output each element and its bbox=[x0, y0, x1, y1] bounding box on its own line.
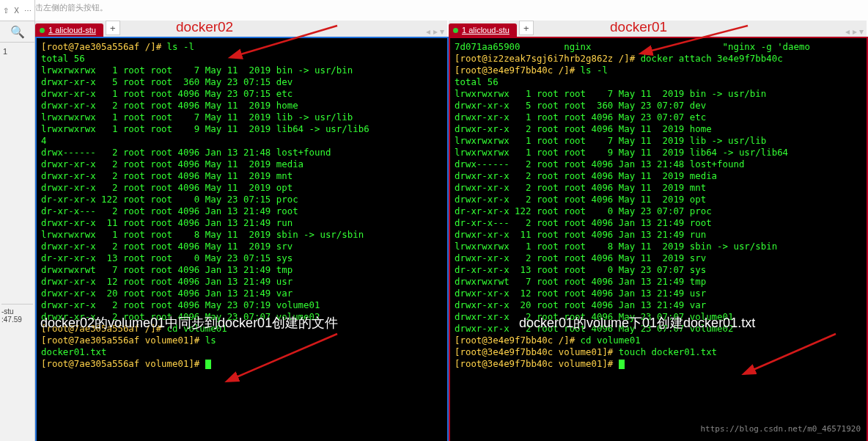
status-dot-icon bbox=[40, 28, 45, 33]
watermark: https://blog.csdn.net/m0_46571920 bbox=[700, 424, 861, 434]
tab-title: 1 alicloud-stu bbox=[48, 26, 96, 34]
tab-nav[interactable]: ◂ ▸ ▾ bbox=[845, 26, 864, 37]
hint-text: 击左侧的箭头按钮。 bbox=[35, 2, 108, 13]
tab-title: 1 alicloud-stu bbox=[462, 26, 510, 34]
session-time: :47.59 bbox=[1, 316, 33, 324]
close-icon[interactable]: X bbox=[14, 7, 19, 15]
label-docker02: docker02 bbox=[176, 19, 233, 35]
search-icon[interactable]: 🔍 bbox=[0, 21, 34, 43]
add-tab-button[interactable]: + bbox=[106, 21, 120, 35]
session-name: -stu bbox=[1, 307, 33, 316]
terminal-docker02[interactable]: [root@7ae305a556af /]# ls -l total 56 lr… bbox=[35, 37, 449, 441]
overlay-right-caption: docker01的volume下01创建docker01.txt bbox=[519, 314, 755, 332]
tab-right[interactable]: 1 alicloud-stu bbox=[449, 23, 517, 37]
terminal-docker01[interactable]: 7d071aa65900 nginx "nginx -g 'daemo [roo… bbox=[449, 37, 868, 441]
overlay-left-caption: docker02的volume01中同步到docker01创建的文件 bbox=[40, 314, 338, 332]
tab-left[interactable]: 1 alicloud-stu bbox=[35, 23, 103, 37]
menu-icon[interactable]: ⋯ bbox=[24, 7, 32, 15]
status-dot-icon bbox=[453, 28, 458, 33]
tabbar-left: 1 alicloud-stu + ◂ ▸ ▾ bbox=[35, 21, 447, 37]
side-gutter: ⇧ X ⋯ 🔍 1 -stu :47.59 bbox=[0, 0, 35, 441]
session-number[interactable]: 1 bbox=[0, 43, 34, 60]
label-docker01: docker01 bbox=[610, 19, 667, 35]
pin-icon[interactable]: ⇧ bbox=[3, 7, 9, 15]
tab-nav[interactable]: ◂ ▸ ▾ bbox=[426, 26, 444, 37]
add-tab-button[interactable]: + bbox=[519, 21, 534, 35]
